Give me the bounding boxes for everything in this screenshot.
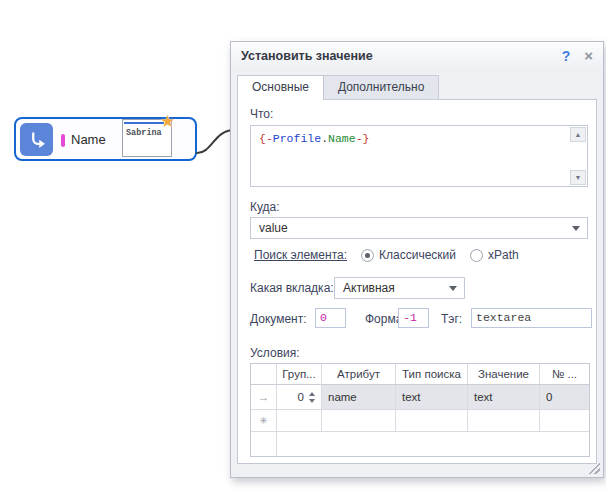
- table-filler: [396, 432, 468, 456]
- element-search-link[interactable]: Поиск элемента:: [254, 248, 347, 262]
- where-dropdown-value: value: [259, 221, 288, 235]
- table-cell-number[interactable]: 0: [540, 385, 589, 410]
- conditions-label: Условия:: [250, 346, 300, 360]
- new-row-asterisk-icon[interactable]: ✳: [251, 410, 277, 432]
- table-filler: [540, 432, 589, 456]
- node-label: Name: [71, 132, 106, 147]
- flow-node-set-value[interactable]: Name Sabrina ★: [14, 117, 197, 161]
- where-dropdown[interactable]: value: [250, 217, 588, 239]
- radio-xpath[interactable]: [470, 249, 483, 262]
- table-filler: [468, 432, 540, 456]
- close-icon[interactable]: ×: [584, 47, 593, 64]
- table-cell-empty[interactable]: [540, 410, 589, 432]
- code-property: Name: [328, 132, 356, 145]
- spinner-arrows-icon[interactable]: [309, 392, 315, 403]
- col-header-number[interactable]: № ...: [540, 364, 589, 385]
- dialog-titlebar[interactable]: Установить значение ? ×: [231, 42, 603, 69]
- code-dot: .: [321, 132, 328, 145]
- conditions-table: Груп... Атрибут Тип поиска Значение № ..…: [250, 363, 590, 457]
- col-header-rowselector[interactable]: [251, 364, 277, 385]
- table-cell-attribute[interactable]: name: [322, 385, 396, 410]
- current-row-arrow-icon[interactable]: →: [251, 385, 277, 410]
- col-header-group[interactable]: Груп...: [277, 364, 322, 385]
- code-open: {-: [259, 132, 273, 145]
- help-icon[interactable]: ?: [562, 48, 571, 64]
- table-filler: [322, 432, 396, 456]
- which-tab-value: Активная: [343, 281, 395, 295]
- tag-label: Тэг:: [441, 312, 462, 326]
- table-cell-searchtype[interactable]: text: [396, 385, 468, 410]
- preview-text: Sabrina: [126, 128, 162, 138]
- document-input[interactable]: 0: [315, 308, 346, 328]
- tab-advanced[interactable]: Дополнительно: [324, 75, 439, 100]
- document-label: Документ:: [250, 312, 307, 326]
- where-label: Куда:: [250, 200, 280, 214]
- group-value: 0: [298, 391, 304, 403]
- dialog-title: Установить значение: [241, 49, 562, 63]
- scroll-down-icon[interactable]: ▼: [570, 170, 586, 185]
- which-tab-dropdown[interactable]: Активная: [334, 277, 465, 299]
- tab-main[interactable]: Основные: [237, 75, 324, 100]
- chevron-down-icon: [572, 226, 580, 231]
- col-header-attribute[interactable]: Атрибут: [322, 364, 396, 385]
- set-value-dialog: Установить значение ? × Основные Дополни…: [230, 41, 604, 478]
- tag-input[interactable]: textarea: [471, 308, 592, 328]
- node-marker-bar: [61, 134, 65, 147]
- code-expression: {-Profile.Name-}: [259, 132, 369, 145]
- code-close: -}: [356, 132, 370, 145]
- col-header-value[interactable]: Значение: [468, 364, 540, 385]
- dialog-tabs: Основные Дополнительно: [237, 75, 439, 100]
- table-cell-empty[interactable]: [277, 410, 322, 432]
- radio-classic-label[interactable]: Классический: [379, 248, 456, 262]
- tab-content-panel: Что: {-Profile.Name-} ▲ ▼ Куда: value По…: [237, 99, 597, 464]
- radio-classic[interactable]: [361, 249, 374, 262]
- what-label: Что:: [250, 107, 273, 121]
- chevron-down-icon: [449, 286, 457, 291]
- table-cell-empty[interactable]: [322, 410, 396, 432]
- table-cell-empty[interactable]: [396, 410, 468, 432]
- form-input[interactable]: -1: [398, 308, 429, 328]
- radio-xpath-label[interactable]: xPath: [488, 248, 519, 262]
- star-icon: ★: [160, 111, 175, 132]
- which-tab-label: Какая вкладка:: [250, 281, 334, 295]
- search-mode-row: Поиск элемента: Классический xPath: [254, 248, 519, 262]
- table-cell-value[interactable]: text: [468, 385, 540, 410]
- preview-progress-line: [124, 122, 164, 124]
- scroll-up-icon[interactable]: ▲: [570, 127, 586, 142]
- group-spinner[interactable]: 0: [277, 385, 322, 410]
- col-header-searchtype[interactable]: Тип поиска: [396, 364, 468, 385]
- code-object: Profile: [273, 132, 321, 145]
- table-filler: [277, 432, 322, 456]
- what-textarea[interactable]: {-Profile.Name-} ▲ ▼: [250, 125, 588, 187]
- table-cell-empty[interactable]: [468, 410, 540, 432]
- set-value-arrow-icon: [20, 123, 53, 156]
- table-filler: [251, 432, 277, 456]
